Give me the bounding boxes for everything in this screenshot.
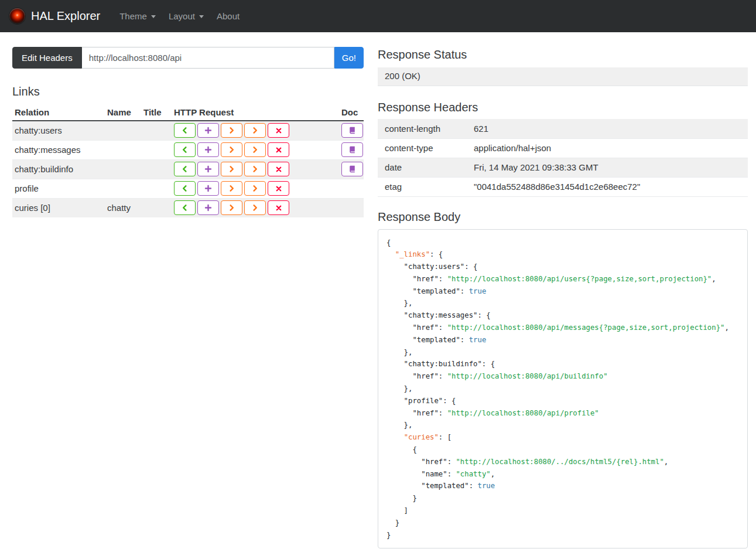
code-line: "_links": {	[386, 248, 739, 261]
request-panel: Edit Headers Go! Links RelationNameTitle…	[12, 47, 364, 217]
code-token: "href":	[386, 323, 447, 332]
code-line: }	[386, 492, 739, 505]
code-token: "http://localhost:8080/api/profile"	[447, 409, 599, 417]
name-cell: chatty	[105, 198, 141, 217]
code-line: {	[386, 237, 739, 249]
header-value: Fri, 14 May 2021 09:38:33 GMT	[467, 158, 748, 177]
get-button[interactable]	[174, 200, 196, 215]
code-line: "chatty:messages": {	[386, 309, 739, 322]
post-button[interactable]	[197, 123, 219, 138]
put-button[interactable]	[221, 142, 242, 157]
column-header-name: Name	[105, 104, 141, 121]
response-body-code: { "_links": { "chatty:users": { "href": …	[378, 229, 748, 549]
code-token	[386, 433, 404, 441]
chevron-left-icon	[181, 185, 189, 192]
x-icon	[275, 166, 282, 173]
column-header-relation: Relation	[12, 104, 105, 121]
x-icon	[275, 185, 282, 192]
navbar-menu: ThemeLayoutAbout	[113, 8, 246, 25]
patch-button[interactable]	[244, 200, 266, 215]
name-cell	[105, 159, 141, 179]
patch-button[interactable]	[244, 123, 266, 138]
code-token: },	[386, 299, 412, 307]
delete-button[interactable]	[268, 142, 289, 157]
response-header-row: etag"0041da552488d86e31454d1c2e68eec72"	[378, 177, 748, 196]
code-token: true	[469, 336, 487, 344]
header-key: content-length	[378, 119, 467, 138]
code-token: },	[386, 348, 412, 356]
put-button[interactable]	[221, 200, 242, 215]
doc-button[interactable]	[341, 123, 363, 138]
delete-button[interactable]	[268, 123, 289, 138]
code-token: },	[386, 384, 412, 393]
doc-button[interactable]	[341, 162, 363, 176]
post-button[interactable]	[197, 200, 219, 215]
doc-cell	[339, 179, 364, 198]
plus-icon	[204, 146, 212, 154]
code-token: "chatty:users": {	[386, 263, 477, 271]
nav-item-label: Layout	[169, 11, 195, 21]
header-key: date	[378, 158, 467, 177]
title-cell	[141, 159, 172, 179]
put-button[interactable]	[221, 123, 242, 138]
links-table-header: RelationNameTitleHTTP RequestDoc	[12, 104, 364, 121]
delete-button[interactable]	[268, 181, 289, 196]
chevron-left-icon	[181, 146, 189, 154]
title-cell	[141, 140, 172, 159]
code-token: "profile": {	[386, 397, 456, 405]
put-button[interactable]	[221, 162, 242, 176]
name-cell	[105, 121, 141, 140]
links-row: chatty:users	[12, 121, 364, 140]
nav-item-theme[interactable]: Theme	[113, 8, 162, 25]
relation-cell: chatty:messages	[12, 140, 105, 159]
code-line: "profile": {	[386, 395, 739, 407]
nav-item-layout[interactable]: Layout	[162, 8, 210, 25]
plus-icon	[204, 185, 212, 192]
doc-cell	[339, 121, 364, 140]
code-token: "templated":	[386, 482, 477, 490]
response-status-value: 200 (OK)	[378, 67, 748, 86]
code-token: "_links"	[395, 250, 430, 258]
delete-button[interactable]	[268, 200, 289, 215]
patch-button[interactable]	[244, 142, 266, 157]
code-line: },	[386, 383, 739, 395]
nav-item-label: Theme	[119, 11, 147, 21]
code-line: "href": "http://localhost:8080/api/profi…	[386, 407, 739, 420]
response-header-row: dateFri, 14 May 2021 09:38:33 GMT	[378, 158, 748, 177]
put-button[interactable]	[221, 181, 242, 196]
relation-cell: profile	[12, 179, 105, 198]
get-button[interactable]	[174, 181, 196, 196]
code-line: "href": "http://localhost:8080/api/messa…	[386, 322, 739, 334]
doc-button[interactable]	[341, 142, 363, 157]
patch-button[interactable]	[244, 181, 266, 196]
plus-icon	[204, 204, 212, 212]
code-token: "href":	[386, 458, 456, 466]
response-headers-table: content-length621content-typeapplication…	[378, 119, 748, 197]
url-input[interactable]	[82, 47, 334, 69]
post-button[interactable]	[197, 162, 219, 176]
delete-button[interactable]	[268, 162, 289, 176]
code-token: "chatty"	[456, 470, 490, 478]
code-token: "curies"	[404, 433, 439, 441]
app-title: HAL Explorer	[31, 9, 100, 23]
name-cell	[105, 179, 141, 198]
get-button[interactable]	[174, 162, 196, 176]
response-header-row: content-length621	[378, 119, 748, 138]
code-line: "templated": true	[386, 285, 739, 298]
code-token: "templated":	[386, 287, 469, 295]
code-token: ,	[724, 323, 728, 332]
get-button[interactable]	[174, 142, 196, 157]
name-cell	[105, 140, 141, 159]
code-line: }	[386, 529, 739, 541]
code-line: ]	[386, 505, 739, 517]
post-button[interactable]	[197, 181, 219, 196]
post-button[interactable]	[197, 142, 219, 157]
nav-item-about[interactable]: About	[210, 8, 246, 25]
edit-headers-button[interactable]: Edit Headers	[12, 47, 82, 69]
patch-button[interactable]	[244, 162, 266, 176]
code-line: "href": "http://localhost:8080/api/users…	[386, 273, 739, 285]
go-button[interactable]: Go!	[334, 47, 364, 69]
get-button[interactable]	[174, 123, 196, 138]
code-token: : [	[439, 433, 451, 441]
caret-down-icon	[199, 15, 204, 18]
